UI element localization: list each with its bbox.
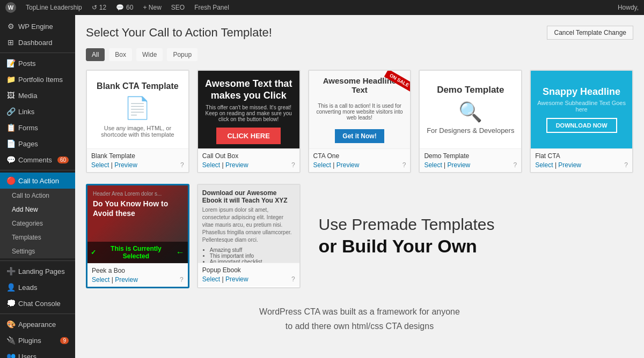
blank-footer: Blank Template Select | Preview ? (87, 148, 188, 172)
updates-btn[interactable]: ↺ 12 (92, 4, 106, 11)
filter-tab-all[interactable]: All (86, 48, 105, 61)
sidebar-item-media[interactable]: 🖼 Media (0, 87, 75, 103)
sub-categories[interactable]: Categories (0, 217, 75, 230)
promo-line1: Use Premade Templates (319, 215, 623, 234)
blank-preview: Blank CTA Template 📄 Use any image, HTML… (87, 71, 188, 148)
sidebar-item-links[interactable]: 🔗 Links (0, 103, 75, 120)
cta-one-info-icon[interactable]: ? (402, 161, 406, 169)
flat-cta-info-icon[interactable]: ? (624, 161, 628, 169)
flat-cta-select-link[interactable]: Select (535, 161, 553, 169)
demo-info-icon[interactable]: ? (514, 161, 517, 169)
template-card-peekaboo[interactable]: Header Area Lorem dolor s... Do You Know… (86, 184, 189, 288)
site-name[interactable]: TopLine Leadership (26, 4, 82, 11)
sidebar-item-forms[interactable]: 📋 Forms (0, 120, 75, 136)
template-card-cta-one[interactable]: ON SALE Awesome Headline Text This is a … (308, 70, 412, 173)
sidebar: ⚙ WP Engine ⊞ Dashboard 📝 Posts 📁 Portfo… (0, 15, 75, 358)
popup-ebook-select-link[interactable]: Select (202, 275, 220, 283)
plugins-icon: 🔌 (6, 336, 15, 345)
seo-btn[interactable]: SEO (171, 4, 185, 11)
template-card-blank[interactable]: Blank CTA Template 📄 Use any image, HTML… (86, 70, 189, 173)
filter-tab-box[interactable]: Box (109, 48, 132, 61)
popup-list-item-3: An important checklist (210, 259, 295, 263)
sub-templates[interactable]: Templates (0, 230, 75, 244)
fresh-panel-btn[interactable]: Fresh Panel (194, 4, 229, 11)
sidebar-item-plugins[interactable]: 🔌 Plugins 9 (0, 332, 75, 348)
peekaboo-preview-link[interactable]: Preview (115, 276, 138, 284)
blank-info-icon[interactable]: ? (180, 161, 184, 169)
media-icon: 🖼 (6, 91, 15, 100)
sidebar-item-appearance[interactable]: 🎨 Appearance (0, 316, 75, 332)
sidebar-section-main: ⚙ WP Engine ⊞ Dashboard 📝 Posts 📁 Portfo… (0, 15, 75, 358)
wp-logo[interactable]: W (5, 2, 16, 13)
flat-cta-preview-link[interactable]: Preview (558, 161, 581, 169)
peekaboo-card-name: Peek a Boo (92, 267, 184, 274)
bottom-text: WordPress CTA was built as a framework f… (86, 299, 633, 339)
template-card-callout[interactable]: Awesome Text that makes you Click This o… (197, 70, 301, 173)
blank-select-link[interactable]: Select (91, 161, 109, 169)
template-grid-row2: Header Area Lorem dolor s... Do You Know… (86, 184, 633, 288)
comments-count: 60 (126, 4, 133, 11)
demo-sub: For Designers & Developers (427, 126, 514, 135)
landing-pages-icon: ➕ (6, 267, 15, 275)
sidebar-item-comments[interactable]: 💬 Comments 60 (0, 152, 75, 168)
promo-area: Use Premade Templates or Build Your Own (308, 184, 633, 288)
pages-icon: 📄 (6, 139, 15, 148)
cta-one-sub: This is a call to action! It is used for… (314, 103, 405, 121)
cta-one-preview: ON SALE Awesome Headline Text This is a … (309, 71, 411, 148)
cta-one-preview-link[interactable]: Preview (336, 161, 360, 169)
callout-cta-btn[interactable]: CLICK HERE (216, 128, 280, 144)
sidebar-item-users[interactable]: 👥 Users (0, 348, 75, 358)
demo-preview-link[interactable]: Preview (448, 161, 471, 169)
callout-preview: Awesome Text that makes you Click This o… (198, 71, 299, 148)
sub-settings[interactable]: Settings (0, 244, 75, 258)
sidebar-item-portfolio[interactable]: 📁 Portfolio Items (0, 71, 75, 87)
flat-cta-btn[interactable]: DOWNLOAD NOW (546, 118, 617, 133)
sidebar-item-chat[interactable]: 💭 Chat Console (0, 295, 75, 311)
demo-select-link[interactable]: Select (424, 161, 442, 169)
cta-one-select-link[interactable]: Select (313, 161, 331, 169)
popup-ebook-body: Lorem ipsum dolor sit amet, consectetur … (202, 206, 295, 244)
sidebar-item-pages[interactable]: 📄 Pages (0, 136, 75, 152)
posts-icon: 📝 (6, 59, 15, 68)
peekaboo-select-link[interactable]: Select (92, 276, 109, 284)
sidebar-item-landing-pages[interactable]: ➕ Landing Pages (0, 263, 75, 279)
peekaboo-headline: Do You Know How to Avoid these (93, 199, 182, 218)
new-btn[interactable]: + New (143, 4, 161, 11)
filter-tab-wide[interactable]: Wide (136, 48, 163, 61)
appearance-icon: 🎨 (6, 320, 15, 329)
sidebar-item-dashboard[interactable]: ⊞ Dashboard (0, 34, 75, 50)
popup-ebook-title: Download our Awesome Ebook it will Teach… (202, 189, 295, 204)
callout-preview-link[interactable]: Preview (225, 161, 248, 169)
updates-count: 12 (99, 4, 106, 11)
blank-preview-link[interactable]: Preview (114, 161, 137, 169)
sidebar-item-cta[interactable]: 🔴 Call to Action (0, 173, 75, 189)
comments-btn[interactable]: 💬 60 (116, 4, 133, 11)
template-card-flat-cta[interactable]: Snappy Headline Awesome Subheadline Text… (530, 70, 633, 173)
sub-call-to-action[interactable]: Call to Action (0, 189, 75, 203)
callout-info-icon[interactable]: ? (291, 161, 295, 169)
sidebar-label-dashboard: Dashboard (18, 39, 53, 47)
sidebar-item-posts[interactable]: 📝 Posts (0, 55, 75, 71)
sidebar-label-landing-pages: Landing Pages (18, 267, 65, 275)
cta-one-card-name: CTA One (313, 152, 406, 160)
sub-add-new[interactable]: Add New (0, 203, 75, 217)
chat-icon: 💭 (6, 299, 15, 308)
selected-label: This is Currently Selected (99, 245, 173, 260)
callout-select-link[interactable]: Select (202, 161, 220, 169)
sidebar-item-leads[interactable]: 👤 Leads (0, 279, 75, 295)
peekaboo-preview: Header Area Lorem dolor s... Do You Know… (87, 185, 188, 263)
main-content: Select Your Call to Action Template! Can… (75, 15, 644, 358)
template-card-popup-ebook[interactable]: Download our Awesome Ebook it will Teach… (197, 184, 301, 288)
flat-cta-card-name: Flat CTA (535, 152, 628, 160)
popup-ebook-info-icon[interactable]: ? (291, 275, 295, 283)
blank-sub: Use any image, HTML, or shortcode with t… (92, 125, 183, 138)
cta-one-cta-btn[interactable]: Get it Now! (335, 129, 384, 143)
peekaboo-info-icon[interactable]: ? (180, 276, 184, 284)
bottom-text-line2: to add there own html/css CTA designs (86, 319, 633, 333)
popup-ebook-preview-link[interactable]: Preview (225, 275, 248, 283)
filter-tab-popup[interactable]: Popup (167, 48, 197, 61)
cancel-template-btn[interactable]: Cancel Template Change (547, 26, 633, 40)
sidebar-divider-4 (0, 314, 75, 314)
sidebar-item-wp-engine[interactable]: ⚙ WP Engine (0, 18, 75, 34)
template-card-demo[interactable]: Demo Template 🔍 For Designers & Develope… (419, 70, 522, 173)
